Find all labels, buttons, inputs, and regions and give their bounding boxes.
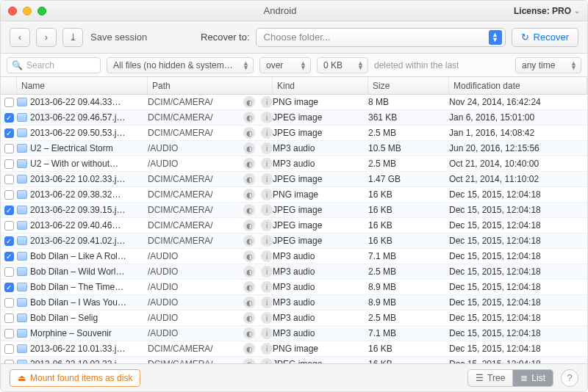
help-button[interactable]: ?: [561, 369, 578, 387]
table-row[interactable]: Morphine – Souvenir/AUDIO◐iMP3 audio7.1 …: [1, 326, 587, 341]
zoom-window-button[interactable]: [37, 7, 46, 15]
recover-folder-select[interactable]: Choose folder... ▲▼: [256, 28, 506, 47]
table-row[interactable]: ✓2013-06-22 09.41.02.j…DCIM/CAMERA/◐iJPE…: [1, 233, 587, 249]
row-actions: ◐i: [243, 142, 273, 154]
file-size: 361 KB: [368, 112, 449, 123]
row-checkbox[interactable]: [1, 313, 17, 323]
preview-icon[interactable]: ◐: [243, 112, 255, 123]
info-icon[interactable]: i: [261, 297, 273, 308]
list-view-button[interactable]: ≣ List: [513, 369, 553, 387]
kind-column[interactable]: Kind: [273, 77, 368, 94]
table-row[interactable]: Bob Dilan – Selig/AUDIO◐iMP3 audio2.5 MB…: [1, 311, 587, 326]
info-icon[interactable]: i: [261, 158, 273, 170]
preview-icon[interactable]: ◐: [243, 142, 255, 154]
preview-icon[interactable]: ◐: [243, 127, 255, 139]
info-icon[interactable]: i: [261, 266, 273, 277]
preview-icon[interactable]: ◐: [243, 158, 255, 170]
row-checkbox[interactable]: [1, 298, 17, 308]
row-checkbox[interactable]: [1, 144, 17, 153]
preview-icon[interactable]: ◐: [243, 173, 255, 185]
info-icon[interactable]: i: [261, 189, 273, 200]
date-column[interactable]: Modification date: [449, 77, 587, 94]
table-row[interactable]: U2 – With or without…/AUDIO◐iMP3 audio2.…: [1, 156, 587, 172]
table-row[interactable]: ✓Bob Dilan – Like A Rol…/AUDIO◐iMP3 audi…: [1, 249, 587, 264]
preview-icon[interactable]: ◐: [243, 297, 255, 308]
close-window-button[interactable]: [8, 7, 17, 15]
row-checkbox[interactable]: ✓: [1, 252, 17, 261]
updown-icon: ▲▼: [570, 61, 577, 70]
row-checkbox[interactable]: [1, 190, 17, 200]
time-filter[interactable]: any time ▲▼: [515, 57, 581, 73]
tree-view-button[interactable]: ☰ Tree: [467, 369, 513, 387]
preview-icon[interactable]: ◐: [243, 343, 255, 355]
size-operator-filter[interactable]: over ▲▼: [259, 57, 311, 73]
info-icon[interactable]: i: [261, 219, 273, 231]
table-row[interactable]: U2 – Electrical Storm/AUDIO◐iMP3 audio10…: [1, 141, 587, 156]
table-row[interactable]: ✓2013-06-22 09.39.15.j…DCIM/CAMERA/◐iJPE…: [1, 203, 587, 218]
row-checkbox[interactable]: [1, 98, 17, 107]
row-checkbox[interactable]: ✓: [1, 128, 17, 138]
info-icon[interactable]: i: [261, 281, 273, 293]
row-checkbox[interactable]: [1, 267, 17, 277]
mount-as-disk-button[interactable]: ⏏ Mount found items as disk: [10, 369, 140, 387]
forward-button[interactable]: ›: [36, 28, 57, 47]
table-row[interactable]: ✓2013-06-22 09.50.53.j…DCIM/CAMERA/◐iJPE…: [1, 126, 587, 141]
table-row[interactable]: ✓2013-06-22 09.46.57.j…DCIM/CAMERA/◐iJPE…: [1, 110, 587, 126]
file-kind: MP3 audio: [273, 313, 368, 323]
info-icon[interactable]: i: [261, 173, 273, 185]
table-row[interactable]: ✓Bob Dilan – The Time…/AUDIO◐iMP3 audio8…: [1, 280, 587, 295]
info-icon[interactable]: i: [261, 142, 273, 154]
info-icon[interactable]: i: [261, 127, 273, 139]
preview-icon[interactable]: ◐: [243, 219, 255, 231]
preview-icon[interactable]: ◐: [243, 96, 255, 108]
preview-icon[interactable]: ◐: [243, 235, 255, 247]
row-checkbox[interactable]: [1, 221, 17, 231]
row-checkbox[interactable]: [1, 344, 17, 354]
table-row[interactable]: 2013-06-22 09.40.46…DCIM/CAMERA/◐iJPEG i…: [1, 218, 587, 233]
preview-icon[interactable]: ◐: [243, 266, 255, 277]
preview-icon[interactable]: ◐: [243, 250, 255, 262]
recover-button[interactable]: ↻ Recover: [512, 28, 578, 47]
table-row[interactable]: Bob Dilan – Wild Worl…/AUDIO◐iMP3 audio2…: [1, 264, 587, 280]
info-icon[interactable]: i: [261, 235, 273, 247]
info-icon[interactable]: i: [261, 327, 273, 339]
row-checkbox[interactable]: ✓: [1, 113, 17, 123]
back-button[interactable]: ‹: [10, 28, 30, 47]
search-input[interactable]: 🔍 Search: [7, 57, 101, 73]
table-row[interactable]: 2013-06-22 10.01.33.j…DCIM/CAMERA/◐iPNG …: [1, 341, 587, 357]
info-icon[interactable]: i: [261, 96, 273, 108]
size-column[interactable]: Size: [368, 77, 449, 94]
table-row[interactable]: Bob Dilan – I Was You…/AUDIO◐iMP3 audio8…: [1, 295, 587, 311]
file-path: DCIM/CAMERA/: [148, 344, 243, 354]
preview-icon[interactable]: ◐: [243, 189, 255, 200]
row-checkbox[interactable]: [1, 329, 17, 338]
file-kind: PNG image: [273, 189, 368, 200]
preview-icon[interactable]: ◐: [243, 327, 255, 339]
list-icon: ≣: [520, 373, 528, 383]
preview-icon[interactable]: ◐: [243, 281, 255, 293]
info-icon[interactable]: i: [261, 343, 273, 355]
path-column[interactable]: Path: [148, 77, 273, 94]
info-icon[interactable]: i: [261, 112, 273, 123]
preview-icon[interactable]: ◐: [243, 204, 255, 216]
row-checkbox[interactable]: ✓: [1, 236, 17, 246]
info-icon[interactable]: i: [261, 204, 273, 216]
info-icon[interactable]: i: [261, 250, 273, 262]
name-column[interactable]: Name: [17, 77, 148, 94]
row-checkbox[interactable]: [1, 175, 17, 184]
minimize-window-button[interactable]: [23, 7, 32, 15]
table-row[interactable]: 2013-06-22 10.02.33.j…DCIM/CAMERA/◐iJPEG…: [1, 172, 587, 187]
info-icon[interactable]: i: [261, 312, 273, 324]
row-checkbox[interactable]: ✓: [1, 206, 17, 215]
row-checkbox[interactable]: ✓: [1, 283, 17, 292]
checkbox-column[interactable]: [1, 77, 17, 94]
table-row[interactable]: 2013-06-22 09.38.32…DCIM/CAMERA/◐iPNG im…: [1, 187, 587, 203]
row-checkbox[interactable]: [1, 159, 17, 169]
table-row[interactable]: 2013-06-22 09.44.33…DCIM/CAMERA/◐iPNG im…: [1, 95, 587, 110]
license-menu[interactable]: License: PRO ⌄: [514, 6, 580, 16]
preview-icon[interactable]: ◐: [243, 312, 255, 324]
save-session-button[interactable]: ⤓: [62, 28, 83, 47]
file-type-filter[interactable]: All files (no hidden & system… ▲▼: [107, 57, 254, 73]
size-value-filter[interactable]: 0 KB ▲▼: [317, 57, 368, 73]
row-actions: ◐i: [243, 158, 273, 170]
